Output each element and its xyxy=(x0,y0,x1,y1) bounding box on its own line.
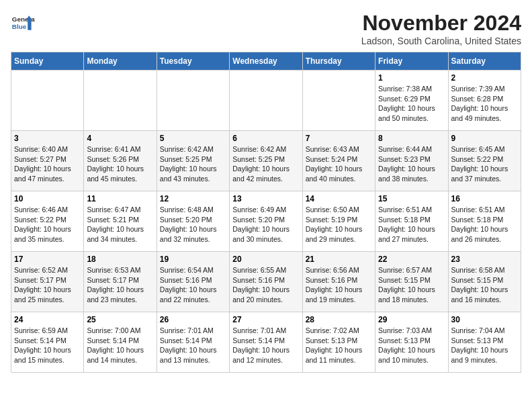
day-info: Sunrise: 7:38 AM Sunset: 6:29 PM Dayligh… xyxy=(378,84,445,124)
day-number: 2 xyxy=(451,73,518,83)
day-info: Sunrise: 6:48 AM Sunset: 5:20 PM Dayligh… xyxy=(160,205,226,244)
calendar-header-friday: Friday xyxy=(375,52,448,71)
day-number: 26 xyxy=(160,315,226,324)
calendar-week-row: 24Sunrise: 6:59 AM Sunset: 5:14 PM Dayli… xyxy=(11,312,521,373)
calendar-cell: 19Sunrise: 6:54 AM Sunset: 5:16 PM Dayli… xyxy=(157,252,229,312)
calendar-cell xyxy=(157,71,229,131)
calendar-header-row: SundayMondayTuesdayWednesdayThursdayFrid… xyxy=(11,52,521,71)
day-number: 6 xyxy=(232,134,299,143)
calendar-week-row: 3Sunrise: 6:40 AM Sunset: 5:27 PM Daylig… xyxy=(11,131,521,191)
calendar-header-thursday: Thursday xyxy=(302,52,375,71)
day-info: Sunrise: 6:43 AM Sunset: 5:24 PM Dayligh… xyxy=(306,144,372,184)
day-number: 28 xyxy=(306,315,372,324)
day-info: Sunrise: 6:50 AM Sunset: 5:19 PM Dayligh… xyxy=(306,205,372,244)
calendar-week-row: 17Sunrise: 6:52 AM Sunset: 5:17 PM Dayli… xyxy=(11,252,521,312)
calendar-header-tuesday: Tuesday xyxy=(157,52,229,71)
calendar-cell: 6Sunrise: 6:42 AM Sunset: 5:25 PM Daylig… xyxy=(230,131,302,191)
calendar-cell: 9Sunrise: 6:45 AM Sunset: 5:22 PM Daylig… xyxy=(448,131,521,191)
day-number: 25 xyxy=(87,315,153,324)
day-number: 12 xyxy=(160,194,226,203)
calendar-cell: 14Sunrise: 6:50 AM Sunset: 5:19 PM Dayli… xyxy=(302,191,375,252)
day-number: 3 xyxy=(14,134,81,143)
calendar-header-sunday: Sunday xyxy=(11,52,84,71)
page-title: November 2024 xyxy=(361,11,521,36)
title-area: November 2024 Ladson, South Carolina, Un… xyxy=(361,11,521,46)
calendar-cell: 29Sunrise: 7:03 AM Sunset: 5:13 PM Dayli… xyxy=(375,312,448,373)
calendar-cell: 11Sunrise: 6:47 AM Sunset: 5:21 PM Dayli… xyxy=(84,191,157,252)
calendar-cell: 20Sunrise: 6:55 AM Sunset: 5:16 PM Dayli… xyxy=(230,252,302,312)
calendar-header-wednesday: Wednesday xyxy=(230,52,302,71)
day-number: 14 xyxy=(306,194,372,203)
logo-icon: General Blue xyxy=(11,11,35,35)
calendar-header-saturday: Saturday xyxy=(448,52,521,71)
day-number: 8 xyxy=(378,134,445,143)
day-info: Sunrise: 7:01 AM Sunset: 5:14 PM Dayligh… xyxy=(232,326,299,365)
day-info: Sunrise: 7:02 AM Sunset: 5:13 PM Dayligh… xyxy=(306,326,372,365)
calendar-cell: 5Sunrise: 6:42 AM Sunset: 5:25 PM Daylig… xyxy=(157,131,229,191)
day-number: 15 xyxy=(378,194,445,203)
day-info: Sunrise: 6:49 AM Sunset: 5:20 PM Dayligh… xyxy=(232,205,299,244)
day-info: Sunrise: 6:45 AM Sunset: 5:22 PM Dayligh… xyxy=(451,144,518,184)
day-info: Sunrise: 6:44 AM Sunset: 5:23 PM Dayligh… xyxy=(378,144,445,184)
calendar-cell: 8Sunrise: 6:44 AM Sunset: 5:23 PM Daylig… xyxy=(375,131,448,191)
day-number: 27 xyxy=(232,315,299,324)
page-header: General Blue November 2024 Ladson, South… xyxy=(11,11,521,46)
calendar-cell: 1Sunrise: 7:38 AM Sunset: 6:29 PM Daylig… xyxy=(375,71,448,131)
day-number: 18 xyxy=(87,255,153,264)
calendar-cell: 7Sunrise: 6:43 AM Sunset: 5:24 PM Daylig… xyxy=(302,131,375,191)
day-info: Sunrise: 6:51 AM Sunset: 5:18 PM Dayligh… xyxy=(451,205,518,244)
day-number: 22 xyxy=(378,255,445,264)
day-number: 16 xyxy=(451,194,518,203)
day-number: 1 xyxy=(378,73,445,83)
day-info: Sunrise: 6:55 AM Sunset: 5:16 PM Dayligh… xyxy=(232,265,299,305)
day-info: Sunrise: 6:59 AM Sunset: 5:14 PM Dayligh… xyxy=(14,326,81,365)
calendar-table: SundayMondayTuesdayWednesdayThursdayFrid… xyxy=(11,52,521,373)
day-number: 19 xyxy=(160,255,226,264)
calendar-cell: 21Sunrise: 6:56 AM Sunset: 5:16 PM Dayli… xyxy=(302,252,375,312)
calendar-cell: 27Sunrise: 7:01 AM Sunset: 5:14 PM Dayli… xyxy=(230,312,302,373)
day-number: 11 xyxy=(87,194,153,203)
day-number: 17 xyxy=(14,255,81,264)
day-number: 20 xyxy=(232,255,299,264)
calendar-cell: 17Sunrise: 6:52 AM Sunset: 5:17 PM Dayli… xyxy=(11,252,84,312)
day-info: Sunrise: 6:42 AM Sunset: 5:25 PM Dayligh… xyxy=(232,144,299,184)
calendar-cell: 24Sunrise: 6:59 AM Sunset: 5:14 PM Dayli… xyxy=(11,312,84,373)
day-info: Sunrise: 6:53 AM Sunset: 5:17 PM Dayligh… xyxy=(87,265,153,305)
day-info: Sunrise: 7:39 AM Sunset: 6:28 PM Dayligh… xyxy=(451,84,518,124)
day-info: Sunrise: 6:58 AM Sunset: 5:15 PM Dayligh… xyxy=(451,265,518,305)
calendar-week-row: 10Sunrise: 6:46 AM Sunset: 5:22 PM Dayli… xyxy=(11,191,521,252)
logo: General Blue xyxy=(11,11,35,35)
day-info: Sunrise: 6:40 AM Sunset: 5:27 PM Dayligh… xyxy=(14,144,81,184)
calendar-cell: 25Sunrise: 7:00 AM Sunset: 5:14 PM Dayli… xyxy=(84,312,157,373)
calendar-cell: 13Sunrise: 6:49 AM Sunset: 5:20 PM Dayli… xyxy=(230,191,302,252)
calendar-cell: 2Sunrise: 7:39 AM Sunset: 6:28 PM Daylig… xyxy=(448,71,521,131)
calendar-cell: 4Sunrise: 6:41 AM Sunset: 5:26 PM Daylig… xyxy=(84,131,157,191)
calendar-cell: 12Sunrise: 6:48 AM Sunset: 5:20 PM Dayli… xyxy=(157,191,229,252)
calendar-cell xyxy=(84,71,157,131)
calendar-cell: 26Sunrise: 7:01 AM Sunset: 5:14 PM Dayli… xyxy=(157,312,229,373)
day-info: Sunrise: 6:51 AM Sunset: 5:18 PM Dayligh… xyxy=(378,205,445,244)
calendar-header-monday: Monday xyxy=(84,52,157,71)
day-info: Sunrise: 6:42 AM Sunset: 5:25 PM Dayligh… xyxy=(160,144,226,184)
day-number: 24 xyxy=(14,315,81,324)
day-info: Sunrise: 6:52 AM Sunset: 5:17 PM Dayligh… xyxy=(14,265,81,305)
day-number: 30 xyxy=(451,315,518,324)
calendar-cell: 15Sunrise: 6:51 AM Sunset: 5:18 PM Dayli… xyxy=(375,191,448,252)
day-number: 7 xyxy=(306,134,372,143)
calendar-cell: 10Sunrise: 6:46 AM Sunset: 5:22 PM Dayli… xyxy=(11,191,84,252)
calendar-cell xyxy=(230,71,302,131)
day-info: Sunrise: 6:41 AM Sunset: 5:26 PM Dayligh… xyxy=(87,144,153,184)
day-number: 4 xyxy=(87,134,153,143)
calendar-cell: 28Sunrise: 7:02 AM Sunset: 5:13 PM Dayli… xyxy=(302,312,375,373)
calendar-cell xyxy=(11,71,84,131)
page-subtitle: Ladson, South Carolina, United States xyxy=(361,36,521,46)
day-info: Sunrise: 7:00 AM Sunset: 5:14 PM Dayligh… xyxy=(87,326,153,365)
day-info: Sunrise: 7:03 AM Sunset: 5:13 PM Dayligh… xyxy=(378,326,445,365)
day-number: 10 xyxy=(14,194,81,203)
calendar-cell: 3Sunrise: 6:40 AM Sunset: 5:27 PM Daylig… xyxy=(11,131,84,191)
day-number: 29 xyxy=(378,315,445,324)
day-info: Sunrise: 7:04 AM Sunset: 5:13 PM Dayligh… xyxy=(451,326,518,365)
day-info: Sunrise: 6:47 AM Sunset: 5:21 PM Dayligh… xyxy=(87,205,153,244)
day-number: 9 xyxy=(451,134,518,143)
day-number: 23 xyxy=(451,255,518,264)
